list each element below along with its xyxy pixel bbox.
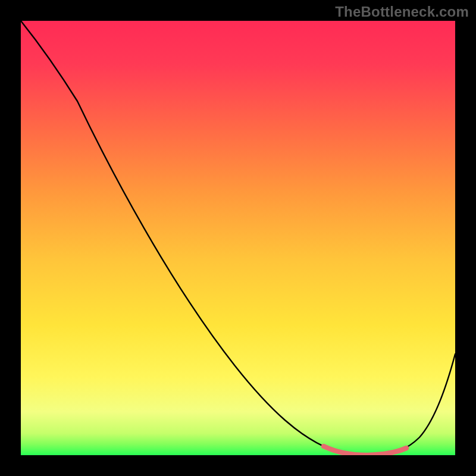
- gradient-background: [21, 21, 455, 455]
- chart-frame: TheBottleneck.com: [0, 0, 476, 476]
- watermark-label: TheBottleneck.com: [335, 4, 469, 20]
- plot-area: [21, 21, 455, 455]
- chart-svg: [21, 21, 455, 455]
